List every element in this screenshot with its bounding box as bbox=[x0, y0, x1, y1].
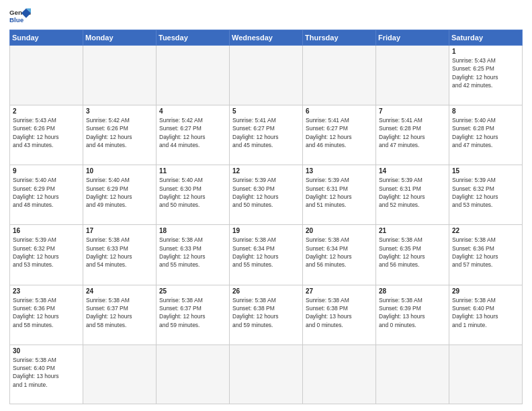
calendar-cell bbox=[376, 46, 449, 105]
weekday-header-monday: Monday bbox=[83, 30, 157, 46]
header: General Blue bbox=[9, 7, 523, 26]
calendar-cell: 21Sunrise: 5:38 AM Sunset: 6:35 PM Dayli… bbox=[376, 225, 449, 285]
calendar-cell bbox=[303, 46, 376, 105]
day-info: Sunrise: 5:38 AM Sunset: 6:38 PM Dayligh… bbox=[306, 296, 373, 329]
calendar-cell: 16Sunrise: 5:39 AM Sunset: 6:32 PM Dayli… bbox=[10, 225, 83, 285]
calendar-cell: 2Sunrise: 5:43 AM Sunset: 6:26 PM Daylig… bbox=[10, 105, 83, 165]
calendar-cell: 19Sunrise: 5:38 AM Sunset: 6:34 PM Dayli… bbox=[230, 225, 303, 285]
calendar-cell bbox=[303, 345, 376, 404]
weekday-header-wednesday: Wednesday bbox=[230, 30, 303, 46]
day-number: 12 bbox=[232, 167, 300, 175]
weekday-header-row: SundayMondayTuesdayWednesdayThursdayFrid… bbox=[10, 30, 523, 46]
day-info: Sunrise: 5:40 AM Sunset: 6:30 PM Dayligh… bbox=[159, 176, 226, 209]
calendar-cell: 25Sunrise: 5:38 AM Sunset: 6:37 PM Dayli… bbox=[157, 285, 230, 345]
calendar-cell: 9Sunrise: 5:40 AM Sunset: 6:29 PM Daylig… bbox=[10, 165, 83, 225]
day-number: 11 bbox=[159, 167, 226, 175]
week-row-5: 23Sunrise: 5:38 AM Sunset: 6:36 PM Dayli… bbox=[10, 285, 523, 345]
day-number: 2 bbox=[13, 107, 80, 115]
calendar-cell: 22Sunrise: 5:38 AM Sunset: 6:36 PM Dayli… bbox=[449, 225, 523, 285]
calendar-cell: 7Sunrise: 5:41 AM Sunset: 6:28 PM Daylig… bbox=[376, 105, 449, 165]
weekday-header-friday: Friday bbox=[376, 30, 449, 46]
day-info: Sunrise: 5:42 AM Sunset: 6:26 PM Dayligh… bbox=[86, 116, 153, 149]
calendar-cell: 27Sunrise: 5:38 AM Sunset: 6:38 PM Dayli… bbox=[303, 285, 376, 345]
calendar-cell: 17Sunrise: 5:38 AM Sunset: 6:33 PM Dayli… bbox=[83, 225, 157, 285]
day-info: Sunrise: 5:39 AM Sunset: 6:32 PM Dayligh… bbox=[13, 236, 80, 269]
day-info: Sunrise: 5:38 AM Sunset: 6:36 PM Dayligh… bbox=[13, 296, 80, 329]
calendar-table: SundayMondayTuesdayWednesdayThursdayFrid… bbox=[9, 30, 523, 404]
day-info: Sunrise: 5:38 AM Sunset: 6:39 PM Dayligh… bbox=[379, 296, 446, 329]
day-number: 15 bbox=[452, 167, 519, 175]
calendar-cell: 24Sunrise: 5:38 AM Sunset: 6:37 PM Dayli… bbox=[83, 285, 157, 345]
day-info: Sunrise: 5:39 AM Sunset: 6:31 PM Dayligh… bbox=[379, 176, 446, 209]
day-number: 21 bbox=[379, 227, 446, 234]
calendar-body: 1Sunrise: 5:43 AM Sunset: 6:25 PM Daylig… bbox=[10, 46, 523, 404]
day-info: Sunrise: 5:40 AM Sunset: 6:29 PM Dayligh… bbox=[13, 176, 80, 209]
day-info: Sunrise: 5:40 AM Sunset: 6:29 PM Dayligh… bbox=[86, 176, 153, 209]
day-number: 18 bbox=[159, 227, 226, 234]
day-info: Sunrise: 5:38 AM Sunset: 6:37 PM Dayligh… bbox=[86, 296, 153, 329]
day-number: 8 bbox=[452, 107, 519, 115]
week-row-6: 30Sunrise: 5:38 AM Sunset: 6:40 PM Dayli… bbox=[10, 345, 523, 404]
day-info: Sunrise: 5:38 AM Sunset: 6:40 PM Dayligh… bbox=[452, 296, 519, 329]
day-number: 22 bbox=[452, 227, 519, 234]
day-info: Sunrise: 5:38 AM Sunset: 6:34 PM Dayligh… bbox=[306, 236, 373, 269]
calendar-cell: 13Sunrise: 5:39 AM Sunset: 6:31 PM Dayli… bbox=[303, 165, 376, 225]
day-info: Sunrise: 5:39 AM Sunset: 6:31 PM Dayligh… bbox=[306, 176, 373, 209]
day-info: Sunrise: 5:38 AM Sunset: 6:33 PM Dayligh… bbox=[86, 236, 153, 269]
calendar-cell bbox=[230, 345, 303, 404]
calendar-cell: 3Sunrise: 5:42 AM Sunset: 6:26 PM Daylig… bbox=[83, 105, 157, 165]
day-info: Sunrise: 5:38 AM Sunset: 6:38 PM Dayligh… bbox=[232, 296, 300, 329]
day-number: 17 bbox=[86, 227, 153, 234]
day-number: 30 bbox=[13, 347, 80, 355]
day-info: Sunrise: 5:43 AM Sunset: 6:26 PM Dayligh… bbox=[13, 116, 80, 149]
day-number: 25 bbox=[159, 287, 226, 295]
calendar-cell: 30Sunrise: 5:38 AM Sunset: 6:40 PM Dayli… bbox=[10, 345, 83, 404]
logo: General Blue bbox=[9, 7, 31, 26]
calendar-cell: 28Sunrise: 5:38 AM Sunset: 6:39 PM Dayli… bbox=[376, 285, 449, 345]
day-number: 28 bbox=[379, 287, 446, 295]
calendar-cell bbox=[376, 345, 449, 404]
day-info: Sunrise: 5:42 AM Sunset: 6:27 PM Dayligh… bbox=[159, 116, 226, 149]
calendar-cell bbox=[157, 345, 230, 404]
day-info: Sunrise: 5:38 AM Sunset: 6:40 PM Dayligh… bbox=[13, 356, 80, 389]
day-info: Sunrise: 5:38 AM Sunset: 6:34 PM Dayligh… bbox=[232, 236, 300, 269]
day-info: Sunrise: 5:38 AM Sunset: 6:36 PM Dayligh… bbox=[452, 236, 519, 269]
day-number: 5 bbox=[232, 107, 300, 115]
week-row-3: 9Sunrise: 5:40 AM Sunset: 6:29 PM Daylig… bbox=[10, 165, 523, 225]
day-number: 23 bbox=[13, 287, 80, 295]
calendar-cell: 6Sunrise: 5:41 AM Sunset: 6:27 PM Daylig… bbox=[303, 105, 376, 165]
day-number: 27 bbox=[306, 287, 373, 295]
calendar-cell: 23Sunrise: 5:38 AM Sunset: 6:36 PM Dayli… bbox=[10, 285, 83, 345]
general-blue-logo-icon: General Blue bbox=[9, 7, 31, 26]
day-info: Sunrise: 5:38 AM Sunset: 6:33 PM Dayligh… bbox=[159, 236, 226, 269]
day-number: 7 bbox=[379, 107, 446, 115]
day-number: 14 bbox=[379, 167, 446, 175]
page: General Blue SundayMondayTuesdayWednesda… bbox=[0, 0, 532, 411]
day-number: 19 bbox=[232, 227, 300, 234]
day-info: Sunrise: 5:41 AM Sunset: 6:27 PM Dayligh… bbox=[306, 116, 373, 149]
day-number: 13 bbox=[306, 167, 373, 175]
calendar-cell: 4Sunrise: 5:42 AM Sunset: 6:27 PM Daylig… bbox=[157, 105, 230, 165]
weekday-header-saturday: Saturday bbox=[449, 30, 523, 46]
calendar-cell: 8Sunrise: 5:40 AM Sunset: 6:28 PM Daylig… bbox=[449, 105, 523, 165]
day-number: 20 bbox=[306, 227, 373, 234]
calendar-cell: 26Sunrise: 5:38 AM Sunset: 6:38 PM Dayli… bbox=[230, 285, 303, 345]
day-number: 4 bbox=[159, 107, 226, 115]
week-row-2: 2Sunrise: 5:43 AM Sunset: 6:26 PM Daylig… bbox=[10, 105, 523, 165]
calendar-cell: 11Sunrise: 5:40 AM Sunset: 6:30 PM Dayli… bbox=[157, 165, 230, 225]
calendar-cell bbox=[230, 46, 303, 105]
svg-text:Blue: Blue bbox=[9, 16, 24, 24]
calendar-cell: 1Sunrise: 5:43 AM Sunset: 6:25 PM Daylig… bbox=[449, 46, 523, 105]
day-number: 9 bbox=[13, 167, 80, 175]
day-info: Sunrise: 5:38 AM Sunset: 6:37 PM Dayligh… bbox=[159, 296, 226, 329]
day-number: 3 bbox=[86, 107, 153, 115]
day-number: 24 bbox=[86, 287, 153, 295]
day-info: Sunrise: 5:38 AM Sunset: 6:35 PM Dayligh… bbox=[379, 236, 446, 269]
calendar-cell: 10Sunrise: 5:40 AM Sunset: 6:29 PM Dayli… bbox=[83, 165, 157, 225]
calendar-cell bbox=[10, 46, 83, 105]
day-number: 16 bbox=[13, 227, 80, 234]
day-number: 10 bbox=[86, 167, 153, 175]
calendar-cell: 20Sunrise: 5:38 AM Sunset: 6:34 PM Dayli… bbox=[303, 225, 376, 285]
calendar-cell: 5Sunrise: 5:41 AM Sunset: 6:27 PM Daylig… bbox=[230, 105, 303, 165]
weekday-header-tuesday: Tuesday bbox=[157, 30, 230, 46]
